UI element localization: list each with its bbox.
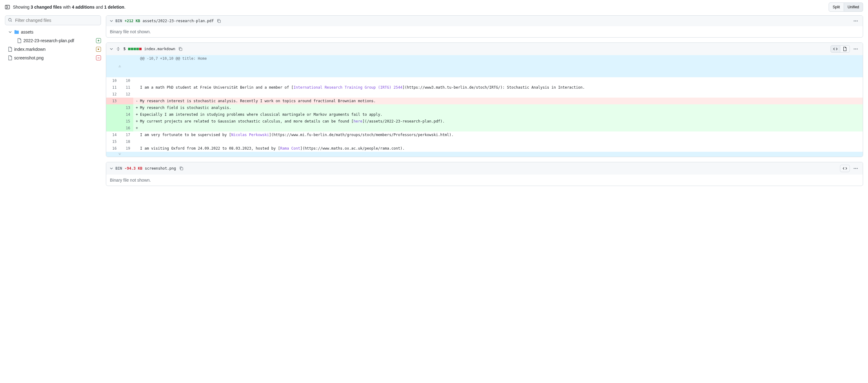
file-label: 2022-23-research-plan.pdf: [23, 38, 94, 43]
diff-line-ctx[interactable]: 1619 I am visiting Oxford from 24.09.202…: [106, 145, 863, 152]
code-content: +My current projects are related to Gaus…: [133, 118, 863, 125]
code-content: I am very fortunate to be supervised by …: [133, 131, 863, 138]
diff-view-toggle: Split Unified: [829, 2, 863, 12]
kebab-menu-icon[interactable]: [852, 167, 859, 170]
code-content: +Especially I am interested in studying …: [133, 111, 863, 118]
line-number-new[interactable]: 11: [120, 84, 133, 91]
hunk-header: @@ -10,7 +10,10 @@ title: Home: [133, 55, 863, 77]
search-icon: [8, 18, 12, 22]
chevron-down-icon: [8, 30, 12, 34]
copy-icon[interactable]: [178, 46, 183, 52]
tree-folder-assets[interactable]: assets: [5, 28, 101, 36]
file-path[interactable]: assets/2022-23-research-plan.pdf: [143, 19, 214, 23]
svg-point-15: [854, 168, 855, 169]
code-content: I am a math PhD student at Freie Univers…: [133, 84, 863, 91]
file-path[interactable]: index.markdown: [144, 47, 175, 51]
split-view-button[interactable]: Split: [829, 2, 844, 12]
svg-point-17: [857, 168, 858, 169]
line-number-new[interactable]: 17: [120, 131, 133, 138]
svg-point-5: [854, 21, 855, 22]
status-modified-icon: ■: [96, 47, 101, 52]
file-block-research-plan: BIN +212 KB assets/2022-23-research-plan…: [106, 16, 863, 37]
filter-files-input[interactable]: [5, 16, 101, 25]
file-tree-sidebar: assets 2022-23-research-plan.pdf + index…: [5, 16, 101, 186]
diff-line-add[interactable]: 14+Especially I am interested in studyin…: [106, 111, 863, 118]
diff-line-ctx[interactable]: 1212: [106, 91, 863, 97]
diff-line-ctx[interactable]: 1518: [106, 138, 863, 145]
svg-rect-8: [180, 48, 182, 51]
line-number-old[interactable]: [106, 125, 120, 131]
rendered-view-button[interactable]: [840, 45, 850, 53]
svg-rect-4: [218, 20, 221, 23]
expand-down-row[interactable]: [106, 152, 863, 157]
rendered-view-button[interactable]: [840, 165, 850, 172]
folder-label: assets: [21, 30, 101, 34]
diff-line-ctx[interactable]: 1010: [106, 77, 863, 84]
line-number-old[interactable]: [106, 111, 120, 118]
tree-file-screenshot[interactable]: screenshot.png −: [5, 54, 101, 62]
status-removed-icon: −: [96, 55, 101, 60]
chevron-down-icon[interactable]: [110, 20, 113, 23]
file-block-screenshot: BIN -94.3 KB screenshot.png: [106, 162, 863, 186]
sidebar-toggle-icon[interactable]: [5, 5, 10, 9]
svg-rect-14: [180, 168, 183, 170]
line-number-old[interactable]: [106, 105, 120, 111]
line-number-old[interactable]: 13: [106, 97, 120, 105]
diff-table: @@ -10,7 +10,10 @@ title: Home 1010 1111…: [106, 55, 863, 157]
binary-not-shown-text: Binary file not shown.: [106, 26, 863, 37]
file-path[interactable]: screenshot.png: [145, 166, 176, 171]
svg-point-10: [856, 49, 856, 50]
code-content: +: [133, 125, 863, 131]
code-content: +My research field is stochastic analysi…: [133, 105, 863, 111]
line-number-old[interactable]: 12: [106, 91, 120, 97]
line-number-old[interactable]: 15: [106, 138, 120, 145]
diff-line-ctx[interactable]: 1417 I am very fortunate to be supervise…: [106, 131, 863, 138]
expand-all-icon[interactable]: [116, 47, 121, 51]
tree-file-research-plan[interactable]: 2022-23-research-plan.pdf +: [5, 36, 101, 45]
diff-stat-squares: [128, 48, 142, 50]
binary-label: BIN: [116, 19, 122, 23]
copy-icon[interactable]: [179, 166, 184, 171]
line-number-new[interactable]: 14: [120, 111, 133, 118]
diff-line-add[interactable]: 13+My research field is stochastic analy…: [106, 105, 863, 111]
binary-not-shown-text: Binary file not shown.: [106, 175, 863, 186]
file-icon: [8, 47, 12, 52]
kebab-menu-icon[interactable]: [852, 19, 859, 23]
file-block-index-markdown: 5 index.markdown: [106, 42, 863, 157]
diff-line-add[interactable]: 16+: [106, 125, 863, 131]
svg-point-2: [9, 19, 11, 21]
kebab-menu-icon[interactable]: [852, 47, 859, 51]
line-number-old[interactable]: 14: [106, 131, 120, 138]
source-view-button[interactable]: [831, 45, 840, 53]
tree-file-index[interactable]: index.markdown ■: [5, 45, 101, 54]
chevron-down-icon[interactable]: [110, 48, 113, 51]
copy-icon[interactable]: [216, 18, 222, 24]
line-number-new[interactable]: 16: [120, 125, 133, 131]
svg-point-16: [856, 168, 856, 169]
file-label: index.markdown: [14, 47, 94, 52]
line-number-old[interactable]: 10: [106, 77, 120, 84]
svg-point-6: [856, 21, 856, 22]
line-number-new[interactable]: [120, 97, 133, 105]
line-number-old[interactable]: [106, 118, 120, 125]
diff-line-ctx[interactable]: 1111 I am a math PhD student at Freie Un…: [106, 84, 863, 91]
line-number-new[interactable]: 18: [120, 138, 133, 145]
file-icon: [8, 55, 12, 60]
diff-summary-bar: Showing 3 changed files with 4 additions…: [5, 0, 863, 16]
line-number-old[interactable]: 16: [106, 145, 120, 152]
svg-point-11: [857, 49, 858, 50]
unified-view-button[interactable]: Unified: [844, 2, 863, 12]
diff-line-add[interactable]: 15+My current projects are related to Ga…: [106, 118, 863, 125]
line-number-new[interactable]: 13: [120, 105, 133, 111]
hunk-header-row[interactable]: @@ -10,7 +10,10 @@ title: Home: [106, 55, 863, 77]
chevron-down-icon[interactable]: [110, 167, 113, 170]
file-icon: [17, 38, 22, 43]
line-number-new[interactable]: 15: [120, 118, 133, 125]
folder-icon: [14, 30, 19, 34]
line-number-old[interactable]: 11: [106, 84, 120, 91]
line-number-new[interactable]: 10: [120, 77, 133, 84]
file-size-delta: +212 KB: [125, 19, 141, 23]
line-number-new[interactable]: 19: [120, 145, 133, 152]
diff-line-del[interactable]: 13-My research interest is stochastic an…: [106, 97, 863, 105]
line-number-new[interactable]: 12: [120, 91, 133, 97]
